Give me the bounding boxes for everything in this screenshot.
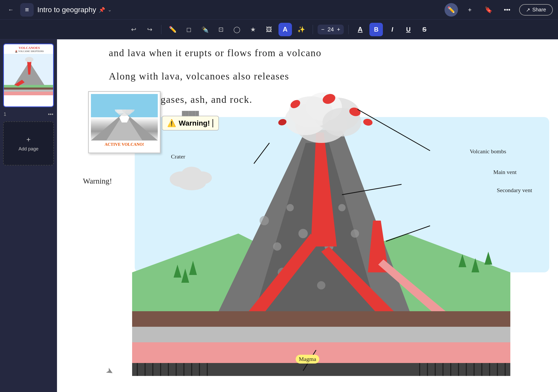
svg-point-16 bbox=[273, 242, 281, 251]
format-a-button[interactable]: A bbox=[353, 23, 367, 36]
image-button[interactable]: 🖼 bbox=[262, 23, 276, 36]
pen-tool-button[interactable]: ✏️ bbox=[166, 23, 180, 36]
secondary-vent-label: Secondary vent bbox=[497, 187, 532, 194]
toolbar: ↩ ↪ ✏️ ◻ ✒️ ⊡ ◯ ★ 🖼 A ✨ − 24 + A B I bbox=[0, 20, 558, 39]
italic-button[interactable]: I bbox=[385, 23, 399, 36]
thumb-title: VOLCANOES bbox=[4, 44, 54, 50]
font-size-increase[interactable]: + bbox=[337, 26, 340, 33]
canvas-page: and lava when it erupts or flows from a … bbox=[57, 39, 558, 392]
chevron-down-icon: ⌄ bbox=[108, 7, 112, 13]
bold-icon: B bbox=[374, 26, 378, 33]
magma-label: Magma bbox=[296, 355, 319, 364]
svg-point-83 bbox=[177, 176, 206, 190]
bold-button[interactable]: B bbox=[369, 23, 383, 36]
text-line3: gases, ash, and rock. bbox=[161, 94, 252, 105]
svg-point-17 bbox=[287, 204, 294, 211]
favorites-button[interactable]: ★ bbox=[246, 23, 260, 36]
warning-text-box[interactable]: ▓▓▓▓▓ ⚠️ Warning! bbox=[162, 116, 219, 130]
svg-rect-34 bbox=[132, 342, 510, 363]
main-area: VOLCANOES 🌋 VOLCANIC ERUPTIONS bbox=[0, 39, 558, 392]
svg-rect-33 bbox=[132, 327, 510, 342]
undo-button[interactable]: ↩ bbox=[127, 23, 140, 36]
magma-text: Magma bbox=[299, 356, 316, 362]
handle-icon: ▓▓▓▓▓ bbox=[182, 111, 199, 116]
redo-button[interactable]: ↪ bbox=[143, 23, 156, 36]
text-cursor bbox=[212, 119, 213, 127]
svg-point-15 bbox=[260, 216, 269, 225]
main-vent-text: Main vent bbox=[493, 169, 517, 175]
volcano-photo bbox=[91, 94, 158, 141]
handwritten-line2: Along with lava, volcanoes also releases bbox=[109, 70, 289, 82]
text-tool-button[interactable]: A bbox=[278, 23, 292, 36]
text-tool-icon: A bbox=[283, 25, 288, 33]
svg-rect-35 bbox=[132, 363, 510, 376]
page-more-options[interactable]: ••• bbox=[48, 111, 53, 117]
volcano-photo-frame: ACTIVE VOLCANO! bbox=[88, 91, 161, 153]
font-size-value: 24 bbox=[327, 26, 335, 33]
warning-label-bottom: Warning! bbox=[83, 177, 112, 185]
toolbar-separator-3 bbox=[348, 25, 349, 34]
crater-text: Crater bbox=[171, 153, 185, 160]
redo-icon: ↪ bbox=[147, 26, 152, 33]
header: ← ≡ Intro to geography 📌 ⌄ ✏️ + 🔖 ••• ↗ … bbox=[0, 0, 558, 20]
text-line2: Along with lava, volcanoes also releases bbox=[109, 71, 289, 82]
add-page-label: Add page bbox=[18, 146, 38, 152]
pencil-button[interactable]: ✒️ bbox=[198, 23, 212, 36]
svg-rect-32 bbox=[132, 311, 510, 327]
strikethrough-icon: S bbox=[422, 26, 426, 33]
share-icon: ↗ bbox=[526, 7, 530, 13]
image-icon: 🖼 bbox=[266, 26, 272, 33]
volcanic-bombs-text: Volcanic bombs bbox=[470, 148, 506, 155]
bookmark-button[interactable]: 🔖 bbox=[482, 3, 495, 17]
handwritten-line1: and lava when it erupts or flows from a … bbox=[109, 47, 321, 59]
lasso-button[interactable]: ◯ bbox=[230, 23, 244, 36]
volcanic-bombs-label: Volcanic bombs bbox=[470, 148, 506, 155]
magic-icon: ✨ bbox=[297, 26, 305, 33]
notebook-icon-glyph: ≡ bbox=[25, 6, 29, 14]
document-title: Intro to geography 📌 ⌄ bbox=[37, 6, 112, 14]
svg-point-8 bbox=[25, 57, 33, 62]
crater-label: Crater bbox=[171, 153, 185, 160]
strikethrough-button[interactable]: S bbox=[418, 23, 431, 36]
pen-header-button[interactable]: ✏️ bbox=[445, 3, 458, 17]
share-label: Share bbox=[532, 7, 546, 13]
eraser-button[interactable]: ◻ bbox=[182, 23, 196, 36]
share-button[interactable]: ↗ Share bbox=[519, 4, 553, 16]
add-page-button[interactable]: + Add page bbox=[3, 121, 54, 165]
svg-point-21 bbox=[338, 204, 346, 211]
handwritten-line3: gases, ash, and rock. bbox=[161, 94, 252, 105]
more-options-button[interactable]: ••• bbox=[500, 3, 514, 17]
canvas-area[interactable]: and lava when it erupts or flows from a … bbox=[57, 39, 558, 392]
back-button[interactable]: ← bbox=[5, 4, 17, 16]
sidebar: VOLCANOES 🌋 VOLCANIC ERUPTIONS bbox=[0, 39, 57, 392]
add-page-header-button[interactable]: + bbox=[463, 3, 477, 17]
add-icon: + bbox=[468, 6, 472, 13]
toolbar-separator-2 bbox=[313, 25, 313, 34]
pencil-icon: ✒️ bbox=[201, 26, 209, 33]
underline-icon: U bbox=[406, 26, 411, 33]
bookmark-icon: 🔖 bbox=[485, 6, 492, 13]
page-thumbnail-1[interactable]: VOLCANOES 🌋 VOLCANIC ERUPTIONS bbox=[3, 43, 54, 107]
svg-point-22 bbox=[351, 229, 359, 238]
undo-icon: ↩ bbox=[131, 26, 136, 33]
font-size-control: − 24 + bbox=[318, 25, 344, 34]
main-vent-label: Main vent bbox=[493, 169, 517, 176]
plus-icon: + bbox=[26, 135, 31, 144]
warning-bottom-text: Warning! bbox=[83, 177, 112, 185]
selection-icon: ⊡ bbox=[218, 26, 224, 33]
notebook-icon: ≡ bbox=[20, 3, 34, 17]
font-size-decrease[interactable]: − bbox=[321, 26, 325, 33]
lasso-icon: ◯ bbox=[233, 26, 240, 33]
header-right: ✏️ + 🔖 ••• ↗ Share bbox=[445, 3, 553, 17]
page-number: 1 bbox=[4, 112, 6, 117]
selection-button[interactable]: ⊡ bbox=[214, 23, 228, 36]
active-volcano-caption: ACTIVE VOLCANO! bbox=[91, 142, 158, 147]
text-line1: and lava when it erupts or flows from a … bbox=[109, 47, 321, 58]
warning-text-label: Warning! bbox=[179, 119, 210, 127]
underline-button[interactable]: U bbox=[402, 23, 415, 36]
thumb-sub: 🌋 VOLCANIC ERUPTIONS bbox=[4, 50, 54, 53]
more-icon: ••• bbox=[504, 6, 510, 13]
warning-emoji: ⚠️ bbox=[167, 119, 176, 127]
thumb-diagram-svg bbox=[4, 53, 54, 97]
magic-button[interactable]: ✨ bbox=[295, 23, 308, 36]
